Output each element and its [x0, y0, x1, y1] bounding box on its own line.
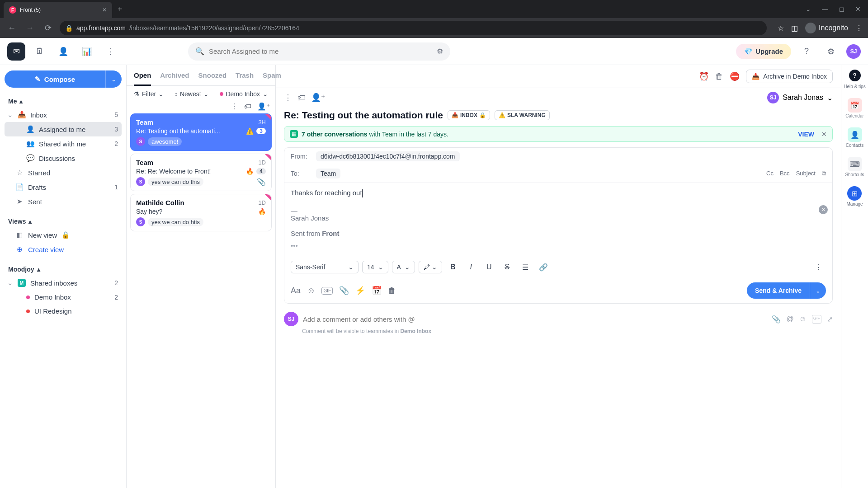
link-button[interactable]: 🔗 — [536, 260, 551, 274]
views-section-header[interactable]: Views ▴ — [5, 215, 122, 228]
user-avatar[interactable]: SJ — [846, 44, 861, 59]
conversation-item[interactable]: Team 3H Re: Testing out the automati... … — [130, 113, 272, 151]
cc-button[interactable]: Cc — [766, 170, 774, 177]
font-family-select[interactable]: Sans-Serif ⌄ — [291, 261, 359, 273]
tab-dropdown-icon[interactable]: ⌄ — [806, 5, 811, 13]
contacts-nav-icon[interactable]: 👤 — [54, 42, 72, 61]
conversation-menu-icon[interactable]: ⋮ 🏷 👤⁺ — [132, 102, 270, 111]
format-more-icon[interactable]: ⋮ — [811, 260, 826, 274]
sidebar-item-ui-redesign[interactable]: UI Redesign — [5, 304, 122, 318]
popout-icon[interactable]: ⧉ — [822, 170, 826, 177]
close-window-icon[interactable]: ✕ — [855, 5, 861, 13]
filter-button[interactable]: ⚗ Filter ⌄ — [134, 90, 164, 98]
maximize-icon[interactable]: ◻ — [839, 5, 844, 13]
new-tab-button[interactable]: + — [118, 5, 123, 14]
assignee-selector[interactable]: SJ Sarah Jonas ⌄ — [767, 92, 833, 103]
calendar-nav-icon[interactable]: 🗓 — [31, 42, 49, 61]
text-color-select[interactable]: A ⌄ — [392, 261, 415, 273]
upgrade-button[interactable]: 💎 Upgrade — [736, 44, 791, 59]
back-button[interactable]: ← — [5, 23, 18, 33]
send-dropdown[interactable]: ⌄ — [810, 282, 826, 299]
underline-button[interactable]: U — [482, 260, 496, 274]
comment-expand-icon[interactable]: ⤢ — [827, 315, 833, 324]
sort-button[interactable]: ↕ Newest ⌄ — [175, 90, 209, 98]
text-format-icon[interactable]: Aa — [291, 286, 301, 296]
search-filter-icon[interactable]: ⚙ — [437, 47, 443, 56]
italic-button[interactable]: I — [464, 260, 478, 274]
highlight-color-select[interactable]: 🖍 ⌄ — [419, 261, 442, 273]
assign-icon[interactable]: 👤⁺ — [311, 93, 326, 103]
address-bar[interactable]: 🔒 app.frontapp.com/inboxes/teammates/156… — [60, 21, 767, 35]
comment-gif-icon[interactable]: GIF — [812, 315, 821, 324]
font-size-select[interactable]: 14 ⌄ — [362, 261, 388, 273]
more-icon[interactable]: ⋮ — [284, 93, 292, 103]
archive-button[interactable]: 📥 Archive in Demo Inbox — [746, 70, 833, 83]
rail-manage[interactable]: ⊞ Manage — [846, 186, 863, 206]
spam-icon[interactable]: ⛔ — [730, 71, 740, 81]
analytics-nav-icon[interactable]: 📊 — [78, 42, 96, 61]
inbox-label-chip[interactable]: 📥 INBOX 🔒 — [448, 110, 490, 120]
conversation-item[interactable]: Mathilde Collin 1D Say hey? 🔥 S yes we c… — [130, 194, 272, 231]
compose-button[interactable]: ✎ Compose — [5, 70, 105, 88]
from-value[interactable]: d6idw-dc6b813001f4ec10c7f4@in.frontapp.c… — [316, 151, 460, 161]
gif-icon[interactable]: GIF — [321, 287, 333, 295]
minimize-icon[interactable]: — — [822, 5, 828, 13]
bold-button[interactable]: B — [446, 260, 460, 274]
search-box[interactable]: 🔍 ⚙ — [188, 42, 450, 61]
extensions-icon[interactable]: ◫ — [791, 24, 798, 33]
comment-mention-icon[interactable]: @ — [786, 315, 793, 324]
sidebar-item-new-view[interactable]: ◧ New view 🔒 — [5, 228, 122, 242]
compose-dropdown[interactable]: ⌄ — [105, 70, 122, 88]
tab-snoozed[interactable]: Snoozed — [198, 71, 227, 85]
reload-button[interactable]: ⟳ — [42, 23, 54, 33]
conversation-item[interactable]: Team 1D Re: Re: Welcome to Front! 🔥 4 S … — [130, 154, 272, 191]
sidebar-item-sent[interactable]: ➤ Sent — [5, 194, 122, 209]
strikethrough-button[interactable]: S — [500, 260, 514, 274]
list-button[interactable]: ☰ — [518, 260, 533, 274]
banner-view-link[interactable]: VIEW — [798, 131, 814, 138]
clear-signature-icon[interactable]: ✕ — [819, 205, 828, 214]
search-input[interactable] — [209, 47, 432, 55]
template-icon[interactable]: ⚡ — [355, 286, 365, 296]
trash-icon[interactable]: 🗑 — [715, 72, 723, 81]
comment-attach-icon[interactable]: 📎 — [772, 315, 781, 324]
editor-body[interactable]: Thanks for reaching out ✕ — Sarah Jonas … — [284, 183, 832, 256]
moodjoy-section-header[interactable]: Moodjoy ▴ — [5, 263, 122, 276]
sidebar-item-demo-inbox[interactable]: Demo Inbox 2 — [5, 290, 122, 304]
rail-contacts[interactable]: 👤 Contacts — [846, 127, 863, 148]
sidebar-item-drafts[interactable]: 📄 Drafts 1 — [5, 180, 122, 194]
sidebar-item-shared[interactable]: 👥 Shared with me 2 — [5, 136, 122, 151]
bcc-button[interactable]: Bcc — [780, 170, 790, 177]
close-tab-icon[interactable]: ✕ — [102, 7, 107, 13]
sla-label-chip[interactable]: ⚠️ SLA WARNING — [495, 110, 550, 120]
tab-trash[interactable]: Trash — [236, 71, 254, 85]
banner-close-icon[interactable]: ✕ — [821, 131, 827, 138]
browser-menu-icon[interactable]: ⋮ — [855, 24, 863, 33]
inbox-nav-icon[interactable]: ✉ — [7, 42, 25, 61]
comment-input[interactable] — [303, 315, 767, 323]
to-chip[interactable]: Team — [316, 169, 340, 178]
settings-icon[interactable]: ⚙ — [822, 42, 840, 61]
sidebar-item-shared-inboxes[interactable]: ⌄ M Shared inboxes 2 — [5, 276, 122, 290]
discard-icon[interactable]: 🗑 — [388, 286, 396, 296]
schedule-icon[interactable]: 📅 — [372, 286, 382, 296]
rail-shortcuts[interactable]: ⌨ Shortcuts — [845, 157, 864, 177]
more-nav-icon[interactable]: ⋮ — [101, 42, 119, 61]
sidebar-item-create-view[interactable]: ⊕ Create view — [5, 242, 122, 257]
comment-emoji-icon[interactable]: ☺ — [799, 315, 807, 324]
sidebar-item-starred[interactable]: ☆ Starred — [5, 165, 122, 180]
attachment-icon[interactable]: 📎 — [339, 286, 349, 296]
me-section-header[interactable]: Me ▴ — [5, 95, 122, 108]
tab-open[interactable]: Open — [134, 71, 151, 86]
snooze-icon[interactable]: ⏰ — [699, 71, 709, 81]
send-archive-button[interactable]: Send & Archive — [747, 282, 810, 299]
browser-tab[interactable]: F Front (5) ✕ — [4, 2, 112, 18]
quoted-toggle-icon[interactable]: ••• — [291, 242, 826, 249]
bookmark-icon[interactable]: ☆ — [778, 24, 784, 33]
help-icon[interactable]: ? — [797, 42, 816, 61]
forward-button[interactable]: → — [24, 23, 36, 33]
tab-archived[interactable]: Archived — [160, 71, 189, 85]
sidebar-item-assigned[interactable]: 👤 Assigned to me 3 — [5, 122, 122, 136]
incognito-badge[interactable]: Incognito — [805, 23, 848, 33]
emoji-icon[interactable]: ☺ — [307, 286, 315, 296]
